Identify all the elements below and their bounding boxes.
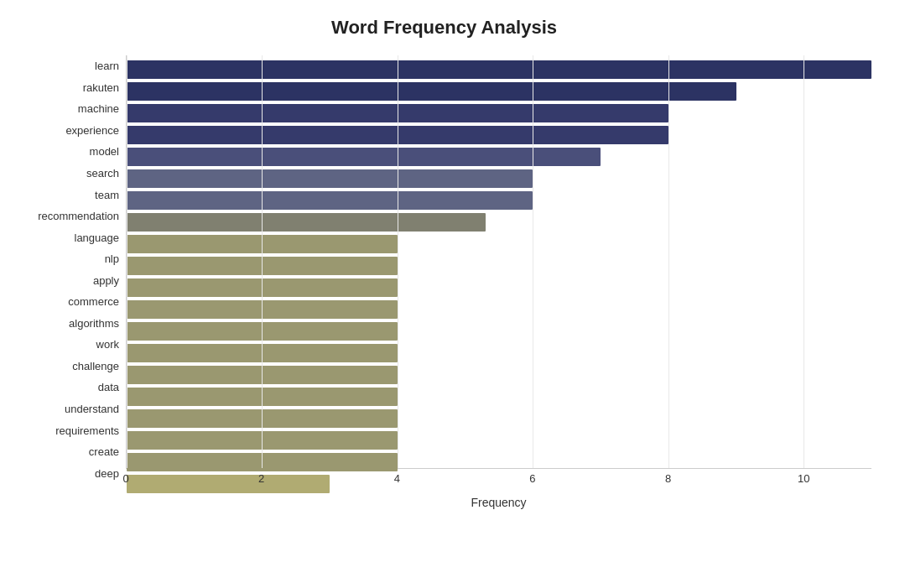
- y-label: model: [90, 141, 119, 163]
- y-label: work: [96, 334, 119, 356]
- grid-line: [127, 55, 127, 468]
- x-tick: 6: [529, 472, 535, 485]
- y-label: search: [86, 163, 119, 185]
- y-axis: learnrakutenmachineexperiencemodelsearch…: [17, 55, 126, 509]
- x-tick: 4: [394, 472, 400, 485]
- chart-container: Word Frequency Analysis learnrakutenmach…: [0, 0, 905, 588]
- y-label: nlp: [105, 248, 119, 270]
- y-label: algorithms: [69, 313, 119, 335]
- x-tick: 2: [258, 472, 264, 485]
- y-label: deep: [95, 462, 119, 484]
- grid-line: [804, 55, 804, 468]
- bars-and-x: 0246810 Frequency: [126, 55, 871, 509]
- grid-line: [533, 55, 533, 468]
- y-label: data: [98, 377, 119, 398]
- x-tick: 8: [665, 472, 671, 485]
- chart-title: Word Frequency Analysis: [17, 17, 871, 39]
- grid-line: [398, 55, 398, 468]
- y-label: understand: [65, 398, 119, 420]
- y-label: rakuten: [83, 77, 119, 99]
- x-axis-label: Frequency: [126, 496, 871, 509]
- grid-line: [668, 55, 669, 468]
- y-label: recommendation: [38, 206, 119, 227]
- y-label: requirements: [55, 419, 119, 441]
- y-label: language: [75, 226, 120, 248]
- chart-area: learnrakutenmachineexperiencemodelsearch…: [17, 55, 871, 509]
- y-label: create: [89, 441, 119, 463]
- y-label: team: [95, 184, 119, 206]
- y-label: machine: [78, 98, 119, 120]
- x-tick: 0: [122, 472, 128, 485]
- y-label: experience: [65, 120, 119, 142]
- bars-area: [126, 55, 871, 469]
- x-tick: 10: [798, 472, 809, 485]
- y-label: challenge: [72, 356, 119, 377]
- grid-lines: [127, 55, 871, 468]
- grid-line: [262, 55, 263, 468]
- x-axis: 0246810: [126, 469, 871, 494]
- y-label: apply: [93, 269, 119, 291]
- y-label: commerce: [68, 291, 119, 313]
- y-label: learn: [95, 55, 119, 77]
